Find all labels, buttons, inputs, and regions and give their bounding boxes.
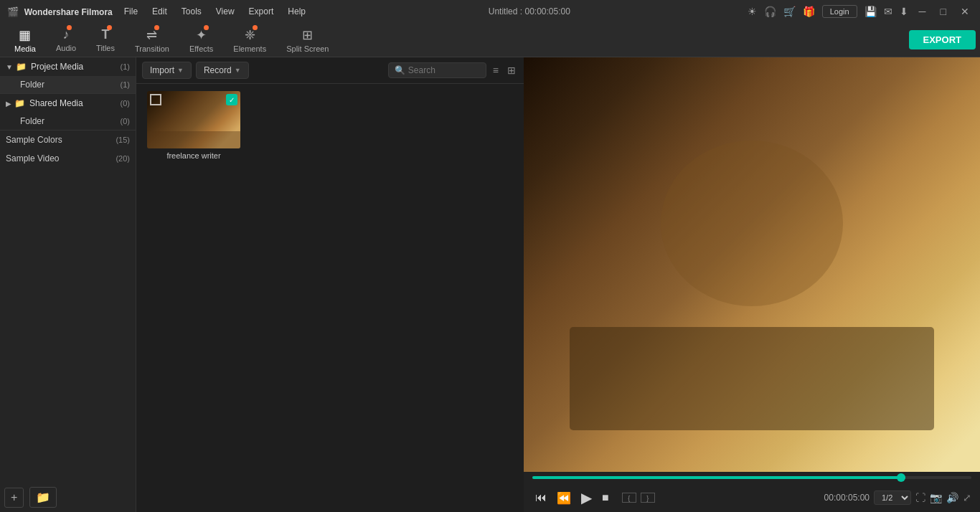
sidebar-item-sample-video[interactable]: Sample Video (20) bbox=[0, 149, 136, 168]
view-toggle-button[interactable]: ⊞ bbox=[505, 62, 518, 78]
audio-label: Audio bbox=[56, 44, 76, 52]
minimize-button[interactable]: ─ bbox=[915, 6, 930, 17]
media-toolbar: Import ▼ Record ▼ 🔍 ≡ ⊞ bbox=[136, 57, 524, 84]
media-checked-icon: ✓ bbox=[226, 94, 237, 105]
toolbar-effects[interactable]: ✦ Effects bbox=[179, 24, 223, 56]
toolbar-splitscreen[interactable]: ⊞ Split Screen bbox=[276, 24, 339, 56]
toolbar-titles[interactable]: T Titles bbox=[86, 24, 125, 55]
sidebar-item-shared-folder[interactable]: Folder (0) bbox=[0, 113, 136, 130]
project-media-header[interactable]: ▼ 📁 Project Media (1) bbox=[0, 57, 136, 76]
headphone-icon[interactable]: 🎧 bbox=[764, 6, 776, 17]
audio-icon: ♪ bbox=[63, 27, 70, 42]
media-item-label: freelance writer bbox=[166, 151, 220, 160]
menu-help[interactable]: Help bbox=[282, 5, 311, 18]
elements-icon: ❈ bbox=[245, 27, 255, 43]
close-button[interactable]: ✕ bbox=[957, 6, 973, 17]
effects-label: Effects bbox=[189, 44, 213, 53]
main-area: ▼ 📁 Project Media (1) Folder (1) ▶ 📁 Sha… bbox=[0, 57, 980, 512]
save-icon[interactable]: 💾 bbox=[864, 6, 877, 17]
mail-icon[interactable]: ✉ bbox=[884, 6, 892, 17]
app-logo: 🎬 Wondershare Filmora bbox=[7, 6, 113, 17]
slow-back-button[interactable]: ⏪ bbox=[554, 488, 574, 508]
titlebar: 🎬 Wondershare Filmora File Edit Tools Vi… bbox=[0, 0, 980, 23]
expand-icon[interactable]: ⤢ bbox=[963, 492, 971, 503]
record-label: Record bbox=[204, 65, 232, 75]
media-label: Media bbox=[14, 44, 36, 53]
elements-label: Elements bbox=[233, 44, 266, 53]
sample-video-label: Sample Video bbox=[6, 153, 116, 163]
progress-fill bbox=[532, 476, 905, 479]
shared-media-arrow: ▶ bbox=[6, 100, 11, 108]
volume-icon[interactable]: 🔊 bbox=[946, 492, 958, 503]
toolbar-audio[interactable]: ♪ Audio bbox=[46, 24, 86, 55]
shared-media-header[interactable]: ▶ 📁 Shared Media (0) bbox=[0, 94, 136, 113]
filter-button[interactable]: ≡ bbox=[491, 62, 501, 78]
fullscreen-icon[interactable]: ⛶ bbox=[915, 492, 925, 503]
media-icon: ▦ bbox=[19, 27, 31, 43]
preview-image bbox=[524, 57, 980, 472]
import-button[interactable]: Import ▼ bbox=[142, 62, 192, 79]
brightness-icon[interactable]: ☀ bbox=[748, 6, 757, 17]
maximize-button[interactable]: □ bbox=[937, 6, 950, 17]
menu-tools[interactable]: Tools bbox=[176, 5, 207, 18]
preview-area: ⏮ ⏪ ▶ ■ { } 00:00:05:00 1/2 Full 1/4 ⛶ 📷… bbox=[524, 57, 980, 512]
media-panel: Import ▼ Record ▼ 🔍 ≡ ⊞ bbox=[136, 57, 524, 512]
record-button[interactable]: Record ▼ bbox=[196, 62, 249, 79]
progress-track[interactable] bbox=[532, 476, 971, 479]
import-chevron-icon: ▼ bbox=[177, 67, 184, 74]
playback-controls: ⏮ ⏪ ▶ ■ { } 00:00:05:00 1/2 Full 1/4 ⛶ 📷… bbox=[524, 483, 980, 512]
import-label: Import bbox=[150, 65, 174, 75]
export-button[interactable]: EXPORT bbox=[909, 30, 976, 49]
login-button[interactable]: Login bbox=[822, 5, 857, 18]
titlebar-left: 🎬 Wondershare Filmora File Edit Tools Vi… bbox=[7, 5, 311, 18]
sidebar-item-folder[interactable]: Folder (1) bbox=[0, 76, 136, 93]
titlebar-menus: File Edit Tools View Export Help bbox=[118, 5, 311, 18]
media-item-freelance-writer[interactable]: ✓ freelance writer bbox=[143, 91, 244, 160]
app-name: Wondershare Filmora bbox=[24, 7, 113, 17]
effects-icon: ✦ bbox=[196, 27, 207, 43]
new-folder-button[interactable]: 📁 bbox=[29, 487, 57, 508]
media-corner-marker bbox=[150, 94, 161, 105]
shared-folder-label: Folder bbox=[20, 116, 121, 126]
toolbar-media[interactable]: ▦ Media bbox=[4, 24, 46, 56]
folder-count: (1) bbox=[121, 80, 130, 89]
mark-out-icon: } bbox=[641, 493, 655, 503]
media-check-overlay: ✓ bbox=[226, 94, 237, 105]
search-input[interactable] bbox=[408, 65, 480, 75]
toolbar-transition[interactable]: ⇌ Transition bbox=[125, 24, 179, 56]
stop-button[interactable]: ■ bbox=[599, 488, 612, 507]
menu-edit[interactable]: Edit bbox=[146, 5, 173, 18]
media-content: ✓ freelance writer bbox=[136, 84, 524, 512]
time-display: 00:00:05:00 bbox=[824, 493, 870, 503]
project-media-section: ▼ 📁 Project Media (1) Folder (1) bbox=[0, 57, 136, 94]
logo-icon: 🎬 bbox=[7, 6, 19, 17]
window-title: Untitled : 00:00:05:00 bbox=[489, 6, 570, 16]
splitscreen-label: Split Screen bbox=[286, 44, 329, 53]
menu-export[interactable]: Export bbox=[243, 5, 280, 18]
quality-select[interactable]: 1/2 Full 1/4 bbox=[874, 490, 911, 505]
shared-media-count: (0) bbox=[121, 99, 130, 108]
gift-icon[interactable]: 🎁 bbox=[803, 6, 815, 17]
search-icon: 🔍 bbox=[395, 65, 405, 75]
menu-file[interactable]: File bbox=[118, 5, 143, 18]
progress-thumb bbox=[897, 473, 905, 482]
cart-icon[interactable]: 🛒 bbox=[783, 6, 796, 17]
transition-label: Transition bbox=[135, 44, 169, 53]
preview-video bbox=[524, 57, 980, 472]
download-icon[interactable]: ⬇ bbox=[900, 6, 908, 17]
menu-view[interactable]: View bbox=[210, 5, 240, 18]
titlebar-right: ☀ 🎧 🛒 🎁 Login 💾 ✉ ⬇ ─ □ ✕ bbox=[748, 5, 973, 18]
play-button[interactable]: ▶ bbox=[578, 486, 595, 509]
sidebar-bottom: + 📁 bbox=[0, 483, 136, 512]
shared-folder-count: (0) bbox=[121, 117, 130, 125]
step-back-button[interactable]: ⏮ bbox=[532, 488, 550, 507]
search-box[interactable]: 🔍 bbox=[388, 62, 486, 78]
add-folder-button[interactable]: + bbox=[4, 488, 24, 508]
mark-in-icon: { bbox=[622, 493, 636, 503]
playback-progress-bar[interactable] bbox=[524, 472, 980, 483]
screenshot-icon[interactable]: 📷 bbox=[930, 492, 942, 503]
project-media-arrow: ▼ bbox=[6, 63, 13, 71]
project-media-count: (1) bbox=[121, 62, 130, 71]
toolbar-elements[interactable]: ❈ Elements bbox=[223, 24, 276, 56]
sidebar-item-sample-colors[interactable]: Sample Colors (15) bbox=[0, 131, 136, 149]
